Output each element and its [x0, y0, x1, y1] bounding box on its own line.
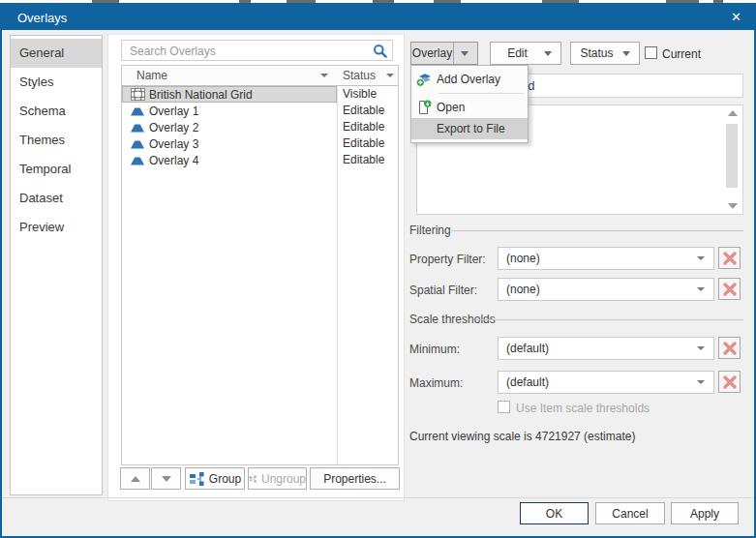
minimum-scale-combobox[interactable]: (default)	[498, 337, 714, 360]
red-x-icon	[722, 251, 738, 266]
edit-dropdown-arrow-icon	[544, 51, 552, 56]
table-row[interactable]: Overlay 4 Editable	[122, 152, 398, 168]
table-row[interactable]: Overlay 2 Editable	[122, 119, 398, 135]
overlay-dropdown-menu: Add Overlay Open Export to File	[410, 65, 529, 143]
overlay-icon	[130, 136, 145, 151]
overlays-dialog: Overlays ✕ General Styles Schema Themes …	[0, 3, 756, 538]
group-button[interactable]: Group	[185, 467, 245, 490]
row-name: Overlay 3	[149, 137, 198, 151]
overlay-icon	[130, 120, 145, 134]
property-filter-value: (none)	[506, 252, 540, 265]
ungroup-button[interactable]: Ungroup	[248, 467, 307, 490]
scroll-down-icon[interactable]	[728, 203, 738, 209]
menu-item-add-overlay[interactable]: Add Overlay	[411, 69, 528, 90]
ok-button-label: OK	[546, 507, 562, 521]
red-x-icon	[722, 282, 738, 297]
edit-button-label: Edit	[491, 46, 544, 60]
combo-arrow-icon	[697, 287, 705, 291]
table-row[interactable]: Overlay 3 Editable	[122, 135, 398, 152]
up-arrow-icon	[131, 476, 140, 482]
ungroup-icon	[249, 471, 257, 487]
menu-item-export-to-file[interactable]: Export to File	[411, 118, 528, 139]
cancel-button[interactable]: Cancel	[595, 502, 665, 524]
spatial-filter-combobox[interactable]: (none)	[498, 278, 714, 301]
scroll-up-icon[interactable]	[728, 110, 738, 116]
combo-arrow-icon	[697, 256, 705, 260]
spatial-filter-value: (none)	[506, 283, 540, 296]
search-input[interactable]	[128, 42, 372, 61]
overlay-icon	[130, 153, 145, 167]
row-name: Overlay 1	[149, 105, 198, 118]
group-icon	[189, 471, 204, 487]
properties-button[interactable]: Properties...	[310, 467, 400, 490]
current-checkbox-label: Current	[662, 47, 701, 61]
apply-button-label: Apply	[690, 507, 719, 521]
scrollbar-thumb[interactable]	[726, 124, 738, 188]
column-header-status[interactable]: Status	[343, 69, 376, 82]
table-row[interactable]: British National Grid Visible	[122, 86, 398, 103]
current-checkbox[interactable]	[645, 46, 657, 59]
row-status: Visible	[343, 87, 377, 101]
name-filter-arrow-icon[interactable]	[320, 74, 328, 77]
menu-item-open[interactable]: Open	[411, 97, 528, 118]
menu-separator	[438, 93, 524, 94]
property-filter-combobox[interactable]: (none)	[498, 247, 714, 270]
row-status: Editable	[343, 136, 384, 150]
row-name: Overlay 4	[149, 154, 198, 167]
status-dropdown-button[interactable]: Status	[570, 42, 640, 65]
sidebar-item-dataset[interactable]: Dataset	[11, 184, 102, 213]
current-viewing-scale-text: Current viewing scale is 4721927 (estima…	[409, 430, 635, 443]
use-item-scale-thresholds-checkbox[interactable]	[498, 401, 510, 413]
row-status: Editable	[343, 104, 384, 117]
clear-minimum-scale-button[interactable]	[718, 337, 741, 359]
maximum-label: Maximum:	[409, 376, 463, 390]
status-button-label: Status	[571, 46, 622, 60]
overlay-list: Name Status British National Grid Visibl…	[121, 65, 399, 465]
clear-property-filter-button[interactable]	[718, 247, 741, 269]
status-filter-arrow-icon[interactable]	[386, 74, 394, 77]
sidebar-item-temporal[interactable]: Temporal	[11, 155, 102, 184]
ok-button[interactable]: OK	[520, 502, 589, 524]
combo-arrow-icon	[697, 346, 705, 350]
edit-dropdown-button[interactable]: Edit	[490, 42, 561, 65]
row-name: Overlay 2	[149, 121, 198, 134]
combo-arrow-icon	[697, 380, 705, 384]
sidebar-item-themes[interactable]: Themes	[11, 126, 102, 155]
footer-separator	[2, 497, 754, 498]
british-national-grid-icon	[131, 87, 145, 102]
minimum-scale-value: (default)	[506, 342, 549, 355]
add-overlay-icon	[416, 72, 432, 87]
overlay-button-label: Overlay	[411, 46, 453, 60]
sidebar-item-schema[interactable]: Schema	[11, 97, 102, 126]
maximum-scale-combobox[interactable]: (default)	[498, 371, 714, 394]
overlay-list-panel: Name Status British National Grid Visibl…	[107, 34, 405, 501]
list-header: Name Status	[122, 66, 398, 86]
sidebar-item-general[interactable]: General	[11, 39, 102, 68]
table-row[interactable]: Overlay 1 Editable	[122, 103, 398, 119]
sidebar-item-preview[interactable]: Preview	[11, 213, 102, 242]
apply-button[interactable]: Apply	[671, 502, 739, 524]
filtering-section-rule	[452, 230, 743, 231]
description-scrollbar[interactable]	[726, 108, 740, 211]
search-icon[interactable]	[373, 44, 388, 59]
filtering-section-label: Filtering	[409, 224, 451, 237]
column-header-name[interactable]: Name	[136, 69, 167, 82]
maximum-scale-value: (default)	[506, 375, 549, 389]
sidebar: General Styles Schema Themes Temporal Da…	[10, 35, 103, 495]
minimum-label: Minimum:	[409, 343, 460, 356]
overlay-split-button[interactable]: Overlay	[410, 42, 478, 65]
move-down-button[interactable]	[151, 467, 181, 490]
use-item-scale-thresholds-label: Use Item scale thresholds	[516, 402, 650, 415]
clear-maximum-scale-button[interactable]	[718, 371, 741, 393]
menu-item-label: Open	[437, 101, 465, 114]
close-button[interactable]: ✕	[731, 10, 741, 25]
row-name: British National Grid	[149, 88, 253, 102]
sidebar-item-styles[interactable]: Styles	[11, 68, 102, 97]
clear-spatial-filter-button[interactable]	[718, 278, 741, 300]
move-up-button[interactable]	[120, 467, 150, 490]
overlay-dropdown-arrow-icon	[461, 51, 469, 56]
search-box	[121, 40, 393, 61]
menu-item-label: Add Overlay	[437, 73, 500, 86]
properties-button-label: Properties...	[323, 472, 386, 486]
open-icon	[416, 100, 432, 115]
